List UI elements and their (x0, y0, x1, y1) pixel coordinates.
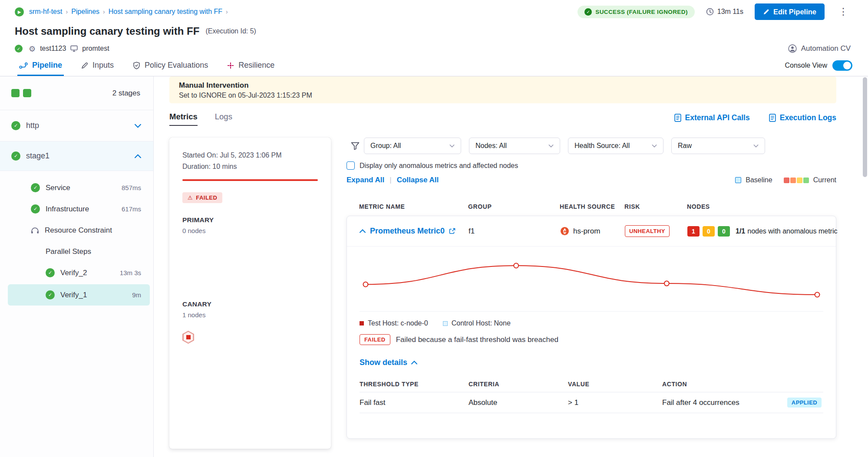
chevron-up-icon (411, 361, 417, 365)
external-api-calls-link[interactable]: External API Calls (674, 113, 750, 122)
col-threshold-type: THRESHOLD TYPE (360, 381, 469, 388)
gear-icon: ⚙ (29, 44, 36, 53)
step-duration: 13m 3s (120, 269, 141, 276)
external-link-icon[interactable] (449, 228, 455, 234)
breadcrumb-project[interactable]: srm-hf-test (29, 8, 62, 16)
execution-header: ▶ srm-hf-test › Pipelines › Host samplin… (0, 0, 868, 55)
metric-failed-badge: FAILED (360, 334, 390, 345)
success-check-icon: ✓ (31, 204, 40, 214)
service-status-icon: ✓ (15, 45, 23, 53)
control-host-label: Control Host: None (452, 319, 511, 327)
anomalous-checkbox[interactable] (347, 161, 355, 170)
execution-logs-link[interactable]: Execution Logs (769, 113, 836, 122)
tab-pipeline[interactable]: Pipeline (19, 55, 62, 76)
step-service[interactable]: ✓ Service 857ms (0, 177, 153, 198)
stage-label: http (26, 121, 39, 130)
edit-icon (763, 9, 769, 15)
metric-chart (360, 250, 823, 312)
metric-chart-legend: Test Host: c-node-0 Control Host: None (360, 319, 823, 327)
verification-status-badge: ⚠ FAILED (182, 192, 222, 203)
threshold-type-value: Fail fast (360, 398, 469, 407)
edit-pipeline-button[interactable]: Edit Pipeline (755, 3, 825, 20)
data-type-dropdown[interactable]: Raw (671, 138, 765, 154)
tab-resilience-label: Resilience (238, 61, 274, 70)
group-filter-dropdown[interactable]: Group: All (364, 138, 461, 154)
collapse-metric-icon[interactable] (360, 229, 366, 233)
page-title: Host sampling canary testing with FF (15, 25, 199, 37)
verification-summary-card: Started On: Jul 5, 2023 1:06 PM Duration… (169, 138, 331, 449)
test-host-label: Test Host: c-node-0 (368, 319, 428, 327)
more-options-icon[interactable]: ⋮ (836, 6, 851, 17)
step-resource-constraint[interactable]: Resource Constraint (0, 220, 153, 241)
expand-all-link[interactable]: Expand All (347, 176, 384, 184)
show-details-link[interactable]: Show details (360, 358, 417, 367)
link-separator: | (389, 176, 391, 184)
scrollbar-thumb[interactable] (863, 77, 867, 177)
step-verify-1[interactable]: ✓ Verify_1 9m (8, 284, 150, 306)
console-view-toggle[interactable] (832, 60, 852, 71)
show-details-label: Show details (360, 358, 407, 367)
tab-metrics[interactable]: Metrics (169, 112, 198, 126)
execution-id: (Execution Id: 5) (205, 27, 256, 35)
health-source-filter-dropdown[interactable]: Health Source: All (568, 138, 663, 154)
status-badge: ✓ SUCCESS (FAILURE IGNORED) (578, 6, 695, 18)
sidebar-stage-stage1[interactable]: ✓ stage1 (0, 141, 153, 171)
step-infrastructure[interactable]: ✓ Infrastructure 617ms (0, 198, 153, 220)
nodes-filter-dropdown[interactable]: Nodes: All (469, 138, 560, 154)
metric-row-card: Prometheus Metric0 f1 hs-prom (347, 216, 836, 439)
metric-filters: Group: All Nodes: All Health Source: All (347, 138, 836, 154)
vertical-scrollbar (863, 77, 867, 456)
current-legend-swatches (784, 178, 809, 183)
success-check-icon: ✓ (31, 183, 40, 192)
console-links: External API Calls Execution Logs (674, 113, 836, 126)
breadcrumb-separator: › (103, 8, 105, 15)
tab-inputs[interactable]: Inputs (81, 55, 114, 76)
test-host-legend: Test Host: c-node-0 (360, 319, 428, 327)
inputs-icon (81, 62, 88, 69)
risk-swatch-yellow (797, 178, 802, 183)
group-filter-value: Group: All (370, 142, 401, 150)
verification-status-label: FAILED (196, 194, 217, 201)
step-label: Verify_1 (60, 291, 87, 299)
anomalous-checkbox-label: Display only anomalous metrics and affec… (360, 162, 518, 170)
col-value: VALUE (568, 381, 662, 388)
collapse-all-link[interactable]: Collapse All (397, 176, 439, 184)
external-api-icon (674, 114, 681, 122)
filter-icon[interactable] (351, 142, 360, 150)
breadcrumb-pipeline-name[interactable]: Host sampling canary testing with FF (109, 8, 222, 16)
banner-title: Manual Intervention (179, 81, 827, 90)
chevron-down-icon (449, 144, 455, 148)
tab-policy-evaluations-label: Policy Evaluations (145, 61, 208, 70)
step-verify-2[interactable]: ✓ Verify_2 13m 3s (0, 262, 153, 283)
sidebar-stage-http[interactable]: ✓ http (0, 110, 153, 141)
nodes-ratio: 1/1 (736, 227, 745, 235)
control-host-swatch (443, 321, 448, 326)
chevron-up-icon[interactable] (135, 154, 141, 158)
breadcrumb-pipelines[interactable]: Pipelines (71, 8, 99, 16)
stages-sidebar: 2 stages ✓ http ✓ stage1 ✓ Service (0, 76, 154, 457)
breadcrumb-separator: › (226, 8, 228, 15)
tab-logs[interactable]: Logs (215, 112, 232, 126)
shield-check-icon (133, 62, 140, 69)
success-check-icon: ✓ (11, 121, 20, 130)
status-check-icon: ✓ (584, 8, 592, 16)
status-badge-label: SUCCESS (FAILURE IGNORED) (595, 9, 688, 15)
app: ▶ srm-hf-test › Pipelines › Host samplin… (0, 0, 868, 457)
tab-resilience[interactable]: Resilience (227, 55, 274, 76)
step-parallel-steps[interactable]: Parallel Steps (0, 241, 153, 262)
failure-message: Failed because a fail-fast threshold was… (396, 335, 558, 344)
col-metric-name: METRIC NAME (359, 203, 468, 210)
console-view-control: Console View (785, 60, 852, 71)
tab-policy-evaluations[interactable]: Policy Evaluations (133, 55, 208, 76)
chevron-down-icon[interactable] (135, 124, 141, 128)
action-cell: Fail after 4 occurrences APPLIED (662, 398, 823, 408)
step-label: Service (46, 184, 70, 192)
canary-node-hexagon[interactable] (182, 331, 194, 344)
step-list: ✓ Service 857ms ✓ Infrastructure 617ms R… (0, 171, 153, 306)
metric-name-link[interactable]: Prometheus Metric0 (370, 227, 445, 236)
anomalous-filter-row: Display only anomalous metrics and affec… (347, 161, 836, 170)
console-tabs: Metrics Logs External API Calls Executio… (169, 109, 836, 126)
stage-count-label: 2 stages (112, 89, 140, 98)
title-row: Host sampling canary testing with FF (Ex… (15, 24, 851, 38)
metric-row-header: Prometheus Metric0 f1 hs-prom (347, 216, 836, 247)
